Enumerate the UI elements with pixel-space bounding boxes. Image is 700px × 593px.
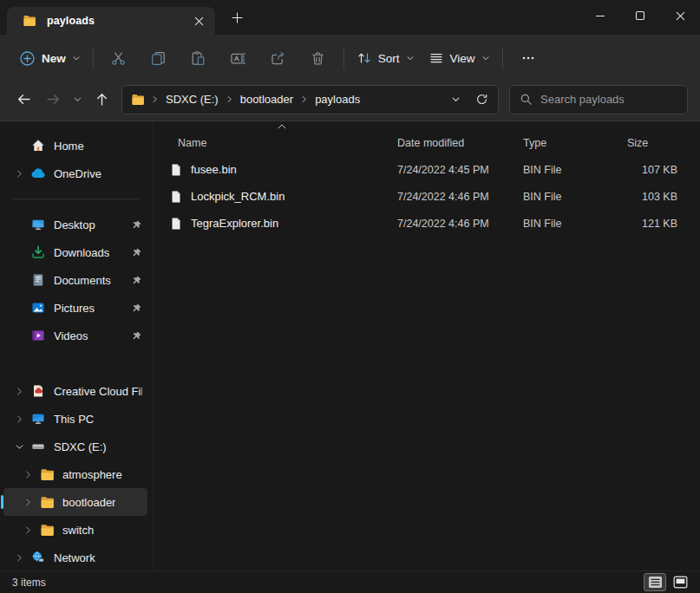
- close-button[interactable]: [660, 0, 700, 31]
- file-row[interactable]: fusee.bin 7/24/2022 4:45 PM BIN File 107…: [154, 156, 700, 183]
- tab-title: payloads: [47, 15, 180, 27]
- new-button-label: New: [42, 52, 66, 65]
- new-button[interactable]: New: [12, 42, 88, 74]
- chevron-right-icon[interactable]: [10, 169, 28, 179]
- refresh-icon[interactable]: [468, 88, 494, 112]
- creative-cloud-icon: [29, 384, 47, 398]
- sort-icon: [357, 50, 372, 66]
- address-bar[interactable]: SDXC (E:) bootloader payloads: [121, 85, 499, 114]
- view-button-label: View: [450, 52, 475, 65]
- breadcrumb-drive[interactable]: SDXC (E:): [160, 90, 225, 108]
- sidebar-item-label: atmosphere: [62, 468, 122, 481]
- pictures-icon: [29, 301, 47, 315]
- search-icon: [520, 93, 533, 106]
- file-date: 7/24/2022 4:45 PM: [397, 164, 523, 176]
- sidebar-item-videos[interactable]: Videos: [3, 322, 147, 349]
- maximize-button[interactable]: [620, 0, 660, 31]
- chevron-right-icon[interactable]: [19, 470, 36, 479]
- rename-button[interactable]: [219, 42, 258, 74]
- sidebar-item-this-pc[interactable]: This PC: [3, 405, 147, 433]
- sidebar-spacer: [0, 349, 153, 377]
- toolbar-divider: [343, 47, 344, 69]
- sidebar-item-label: Creative Cloud Files: [54, 385, 142, 398]
- address-dropdown-icon[interactable]: [442, 88, 468, 112]
- minimize-button[interactable]: [580, 0, 620, 31]
- sidebar-item-bootloader[interactable]: bootloader: [3, 488, 147, 516]
- close-tab-icon[interactable]: [189, 11, 208, 30]
- breadcrumb-chevron-icon[interactable]: [225, 95, 234, 103]
- details-view-button[interactable]: [644, 573, 666, 591]
- documents-icon: [29, 273, 47, 287]
- sidebar-item-label: Downloads: [54, 246, 109, 259]
- folder-icon: [38, 467, 56, 482]
- sidebar-item-label: SDXC (E:): [54, 440, 107, 453]
- search-input[interactable]: [540, 93, 677, 106]
- breadcrumb-chevron-icon[interactable]: [299, 95, 309, 103]
- sidebar-divider: [12, 199, 141, 199]
- view-toggles: [644, 573, 691, 591]
- plus-circle-icon: [19, 50, 36, 67]
- sidebar-item-downloads[interactable]: Downloads: [3, 238, 147, 266]
- sidebar-item-label: OneDrive: [54, 167, 101, 180]
- file-name: Lockpick_RCM.bin: [191, 190, 285, 203]
- sidebar-item-atmosphere[interactable]: atmosphere: [3, 460, 147, 488]
- chevron-down-icon: [72, 54, 81, 62]
- column-header-size[interactable]: Size: [627, 134, 700, 153]
- view-button[interactable]: View: [422, 42, 497, 74]
- sidebar-item-onedrive[interactable]: OneDrive: [3, 160, 147, 187]
- toolbar-divider: [502, 47, 503, 69]
- chevron-right-icon[interactable]: [10, 553, 28, 563]
- back-button[interactable]: [9, 86, 38, 114]
- sidebar-item-home[interactable]: Home: [3, 132, 147, 160]
- chevron-right-icon[interactable]: [19, 498, 36, 507]
- sort-button[interactable]: Sort: [350, 42, 422, 74]
- cut-button[interactable]: [99, 42, 139, 74]
- column-header-date-modified[interactable]: Date modified: [397, 134, 523, 153]
- sidebar-item-documents[interactable]: Documents: [3, 266, 147, 294]
- new-tab-button[interactable]: [224, 4, 250, 30]
- drive-icon: [29, 440, 47, 453]
- chevron-down-icon[interactable]: [10, 442, 28, 452]
- file-type: BIN File: [523, 218, 627, 230]
- more-options-button[interactable]: [508, 42, 548, 74]
- chevron-right-icon[interactable]: [19, 525, 36, 535]
- file-row[interactable]: Lockpick_RCM.bin 7/24/2022 4:46 PM BIN F…: [154, 183, 700, 210]
- tab-payloads[interactable]: payloads: [7, 7, 215, 35]
- recent-locations-button[interactable]: [68, 86, 87, 114]
- ellipsis-icon: [520, 50, 536, 66]
- breadcrumb-payloads[interactable]: payloads: [309, 90, 366, 108]
- up-button[interactable]: [87, 86, 116, 114]
- downloads-icon: [29, 245, 47, 259]
- sidebar-item-network[interactable]: Network: [3, 544, 147, 570]
- breadcrumb-chevron-icon[interactable]: [150, 95, 160, 103]
- share-button[interactable]: [258, 42, 298, 74]
- sidebar-item-switch[interactable]: switch: [3, 516, 147, 544]
- sidebar-item-desktop[interactable]: Desktop: [3, 211, 147, 238]
- breadcrumb-bootloader[interactable]: bootloader: [234, 90, 299, 108]
- file-name: fusee.bin: [191, 163, 237, 176]
- sidebar-item-sdxc-drive[interactable]: SDXC (E:): [3, 433, 147, 460]
- file-date: 7/24/2022 4:46 PM: [397, 218, 523, 230]
- file-explorer-window: payloads New: [0, 0, 700, 593]
- delete-button[interactable]: [298, 42, 338, 74]
- file-size: 103 KB: [627, 191, 700, 203]
- paste-button[interactable]: [179, 42, 219, 74]
- large-icons-view-button[interactable]: [669, 573, 691, 591]
- toolbar-divider: [93, 47, 94, 69]
- pin-icon: [131, 219, 142, 231]
- chevron-right-icon[interactable]: [10, 387, 28, 396]
- column-header-name[interactable]: Name: [169, 134, 397, 153]
- file-row[interactable]: TegraExplorer.bin 7/24/2022 4:46 PM BIN …: [154, 210, 700, 237]
- folder-icon: [38, 523, 56, 538]
- copy-button[interactable]: [139, 42, 179, 74]
- content-area: Home OneDrive Desktop: [0, 121, 700, 570]
- sidebar-item-creative-cloud-files[interactable]: Creative Cloud Files: [3, 377, 147, 405]
- sort-ascending-icon[interactable]: [278, 124, 286, 129]
- onedrive-icon: [29, 168, 47, 179]
- search-box[interactable]: [509, 85, 688, 114]
- forward-button[interactable]: [38, 86, 68, 114]
- chevron-right-icon[interactable]: [10, 414, 28, 424]
- column-header-type[interactable]: Type: [523, 134, 627, 153]
- sidebar-item-pictures[interactable]: Pictures: [3, 294, 147, 322]
- sidebar-item-label: Home: [54, 140, 84, 153]
